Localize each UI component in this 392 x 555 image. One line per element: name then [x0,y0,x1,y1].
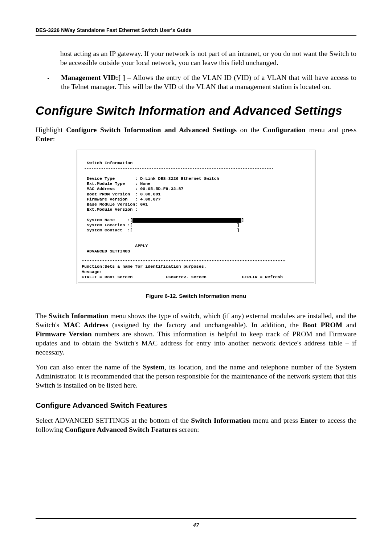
para3: The Switch Information menu shows the ty… [36,312,356,357]
p5a: Select ADVANCED SETTINGS at the bottom o… [36,417,191,424]
figure-caption: Figure 6-12. Switch Information menu [36,293,356,299]
term-line: Function:Sets a name for identification … [82,264,207,269]
para5: Select ADVANCED SETTINGS at the bottom o… [36,416,356,434]
page-number: 47 [0,522,392,529]
term-line: MAC Address : 00-05-5D-F9-32-87 [82,186,184,191]
p4a: You can also enter the name of the [36,363,143,371]
p2f: Enter [36,135,53,143]
p2a: Highlight [36,126,66,134]
p5f: Configure Advanced Switch Features [65,426,177,433]
term-line: Ext.Module Type : None [82,181,150,186]
bullet-strong: Management VID:[ ] [61,74,125,81]
p4b: System [143,363,164,371]
p5d: Enter [300,417,318,424]
term-line: Ext.Module Version : [82,207,138,212]
bullet-management-vid: Management VID:[ ] – Allows the entry of… [53,73,356,92]
term-line: System Location :[ ] [82,223,240,228]
terminal-screenshot: Switch Information ---------------------… [77,150,315,284]
term-line: ----------------------------------------… [82,166,274,171]
term-line: Message: [82,270,102,275]
footer-rule [36,518,356,519]
term-line: System Contact :[ ] [82,228,240,233]
p3b: Switch Information [49,312,108,320]
p3e: (assigned by the factory and unchangeabl… [108,321,302,329]
p2d: Configuration [263,126,306,134]
term-line: ****************************************… [82,259,285,264]
intro2-para: Highlight Configure Switch Information a… [36,126,356,144]
term-line: CTRL+T = Root screen Esc=Prev. screen CT… [82,275,283,280]
term-line: Firmware Version : 4.00.077 [82,197,160,202]
p2b: Configure Switch Information and Advance… [66,126,237,134]
section-title: Configure Switch Information and Advance… [36,104,356,118]
intro-para: host acting as an IP gateway. If your ne… [60,49,356,68]
p3h: Firmware Version [36,330,92,338]
term-l8a: System Name :[ [82,218,132,223]
p3g: and [342,321,356,329]
p2e: menu and press [306,126,356,134]
term-line: Boot PROM Version : 0.00.001 [82,192,160,197]
p2c: on the [237,126,263,134]
p5c: menu and press [251,417,300,424]
term-line: Switch Information [82,161,132,166]
term-line: ADVANCED SETTINGS [82,249,130,254]
term-line: Device Type : D-Link DES-3226 Ethernet S… [82,176,219,181]
p5b: Switch Information [191,417,250,424]
term-line: APPLY [82,243,148,248]
p5g: screen: [177,426,199,433]
term-l8b: ] [241,218,244,223]
term-system-name-line: System Name :[] [82,218,310,223]
header-title: DES-3226 NWay Standalone Fast Ethernet S… [36,27,192,33]
p3f: Boot PROM [303,321,342,329]
subsection-title: Configure Advanced Switch Features [36,401,356,410]
term-line: Base Module Version: 0A1 [82,202,148,207]
terminal-cursor-block [132,218,241,223]
para4: You can also enter the name of the Syste… [36,363,356,390]
p3a: The [36,312,49,320]
p2g: : [53,135,55,143]
p3d: MAC Address [63,321,108,329]
page-header: DES-3226 NWay Standalone Fast Ethernet S… [36,27,356,36]
